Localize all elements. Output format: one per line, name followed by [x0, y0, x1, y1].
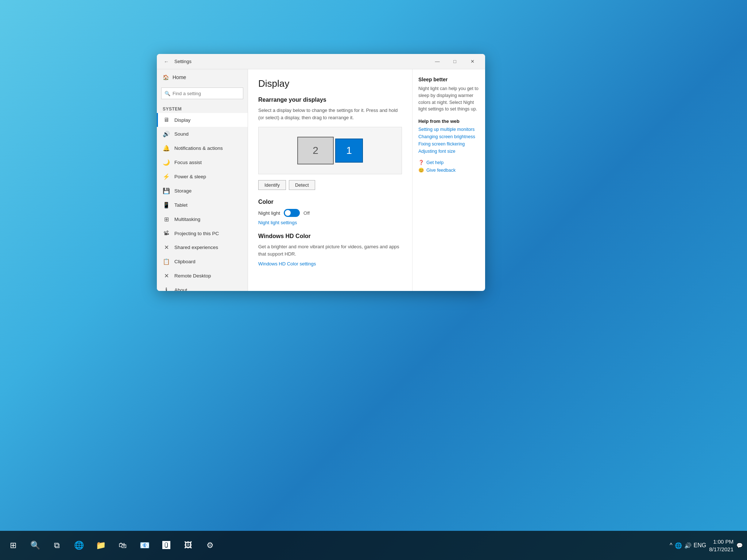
identify-button[interactable]: Identify: [258, 180, 286, 190]
monitor-2[interactable]: 2: [297, 137, 334, 164]
link-changing-screen-brightness[interactable]: Changing screen brightness: [418, 134, 479, 139]
monitor-buttons: Identify Detect: [258, 180, 402, 190]
sidebar-item-label: Projecting to this PC: [174, 231, 219, 236]
link-text: Fixing screen flickering: [418, 141, 465, 147]
title-bar-left: ← Settings: [161, 57, 191, 67]
sidebar-item-focus-assist[interactable]: 🌙 Focus assist: [157, 155, 248, 170]
sidebar-item-about[interactable]: ℹ About: [157, 283, 248, 291]
night-light-off-label: Off: [303, 210, 310, 216]
sidebar-item-label: Sound: [174, 131, 189, 137]
edge-browser-icon[interactable]: 🌐: [69, 531, 89, 560]
back-button[interactable]: ←: [161, 57, 171, 67]
link-text: Setting up multiple monitors: [418, 127, 475, 132]
night-light-settings-link[interactable]: Night light settings: [258, 220, 297, 225]
sidebar-item-sound[interactable]: 🔊 Sound: [157, 127, 248, 141]
system-tray: ^ 🌐 🔊 ENG: [670, 542, 706, 549]
display-icon: 🖥: [163, 117, 170, 123]
sidebar-item-label: Tablet: [174, 202, 187, 208]
sidebar-home[interactable]: 🏠 Home: [157, 69, 248, 85]
link-adjusting-font-size[interactable]: Adjusting font size: [418, 149, 479, 154]
sidebar-item-shared[interactable]: ✕ Shared experiences: [157, 240, 248, 254]
link-fixing-screen-flickering[interactable]: Fixing screen flickering: [418, 141, 479, 147]
date-display: 8/17/2021: [709, 545, 734, 553]
night-light-label: Night light: [258, 210, 280, 216]
window-title: Settings: [174, 59, 191, 64]
taskbar: ⊞ 🔍 ⧉ 🌐 📁 🛍 📧 🅾 🖼 ⚙ ^ 🌐 🔊 ENG 1:00 PM 8/…: [0, 531, 747, 560]
sidebar-item-label: Power & sleep: [174, 174, 206, 179]
sidebar: 🏠 Home 🔍 System 🖥 Display 🔊 Sound 🔔 Noti…: [157, 69, 248, 291]
give-feedback-button[interactable]: 😊 Give feedback: [418, 167, 479, 173]
file-explorer-icon[interactable]: 📁: [90, 531, 111, 560]
notifications-icon: 🔔: [163, 145, 170, 152]
monitor-2-label: 2: [313, 145, 318, 156]
network-icon[interactable]: 🌐: [675, 542, 682, 549]
sleep-better-section: Sleep better Night light can help you ge…: [418, 77, 479, 113]
monitor-1[interactable]: 1: [335, 139, 363, 163]
sidebar-item-label: Storage: [174, 188, 191, 194]
question-icon: ❓: [418, 160, 424, 165]
shared-icon: ✕: [163, 244, 170, 251]
sidebar-item-power-sleep[interactable]: ⚡ Power & sleep: [157, 170, 248, 184]
get-help-button[interactable]: ❓ Get help: [418, 160, 479, 165]
search-box[interactable]: 🔍: [161, 88, 243, 99]
time-display: 1:00 PM: [709, 538, 734, 545]
rearrange-desc: Select a display below to change the set…: [258, 107, 402, 121]
rearrange-title: Rearrange your displays: [258, 97, 402, 103]
focus-assist-icon: 🌙: [163, 159, 170, 166]
home-label: Home: [173, 74, 186, 80]
right-panel: Sleep better Night light can help you ge…: [412, 69, 485, 291]
sound-icon: 🔊: [163, 131, 170, 137]
projecting-icon: 📽: [163, 230, 170, 237]
power-sleep-icon: ⚡: [163, 173, 170, 180]
link-setting-up-multiple-monitors[interactable]: Setting up multiple monitors: [418, 127, 479, 132]
night-light-row: Night light Off: [258, 209, 402, 217]
tablet-icon: 📱: [163, 202, 170, 209]
sidebar-item-notifications[interactable]: 🔔 Notifications & actions: [157, 141, 248, 155]
sidebar-item-label: Notifications & actions: [174, 145, 223, 151]
multitasking-icon: ⊞: [163, 216, 170, 223]
office-icon[interactable]: 🅾: [156, 531, 177, 560]
sidebar-item-storage[interactable]: 💾 Storage: [157, 184, 248, 198]
sidebar-item-multitasking[interactable]: ⊞ Multitasking: [157, 212, 248, 226]
title-bar: ← Settings — □ ✕: [157, 54, 485, 69]
clipboard-icon: 📋: [163, 258, 170, 265]
taskbar-clock[interactable]: 1:00 PM 8/17/2021: [709, 538, 734, 553]
volume-icon[interactable]: 🔊: [684, 542, 692, 549]
close-button[interactable]: ✕: [464, 56, 481, 67]
notification-icon[interactable]: 💬: [736, 542, 743, 548]
sidebar-item-label: Focus assist: [174, 160, 202, 165]
search-input[interactable]: [173, 91, 240, 96]
mail-icon[interactable]: 📧: [134, 531, 155, 560]
sidebar-item-remote-desktop[interactable]: ✕ Remote Desktop: [157, 269, 248, 283]
color-title: Color: [258, 199, 402, 205]
start-button[interactable]: ⊞: [3, 531, 23, 560]
chevron-icon[interactable]: ^: [670, 542, 673, 549]
photos-icon[interactable]: 🖼: [178, 531, 198, 560]
sidebar-item-label: Clipboard: [174, 259, 196, 264]
sidebar-item-display[interactable]: 🖥 Display: [157, 113, 248, 127]
sidebar-section-label: System: [157, 104, 248, 113]
minimize-button[interactable]: —: [429, 56, 446, 67]
language-label[interactable]: ENG: [694, 542, 707, 549]
night-light-toggle[interactable]: [284, 209, 300, 217]
sidebar-item-label: Display: [174, 117, 190, 123]
search-taskbar-button[interactable]: 🔍: [25, 531, 45, 560]
maximize-button[interactable]: □: [446, 56, 463, 67]
main-content: Display Rearrange your displays Select a…: [248, 69, 412, 291]
sidebar-item-projecting[interactable]: 📽 Projecting to this PC: [157, 226, 248, 240]
help-title: Help from the web: [418, 118, 479, 124]
hd-color-section: Windows HD Color Get a brighter and more…: [258, 233, 402, 267]
sleep-better-text: Night light can help you get to sleep by…: [418, 85, 479, 113]
store-icon[interactable]: 🛍: [112, 531, 133, 560]
task-view-button[interactable]: ⧉: [47, 531, 67, 560]
taskbar-right: ^ 🌐 🔊 ENG 1:00 PM 8/17/2021 💬: [670, 538, 747, 553]
settings-taskbar-icon[interactable]: ⚙: [200, 531, 220, 560]
sidebar-item-tablet[interactable]: 📱 Tablet: [157, 198, 248, 212]
hd-color-settings-link[interactable]: Windows HD Color settings: [258, 261, 316, 267]
sidebar-item-clipboard[interactable]: 📋 Clipboard: [157, 254, 248, 269]
page-title: Display: [258, 78, 402, 89]
storage-icon: 💾: [163, 187, 170, 194]
monitor-area: 2 1: [258, 127, 402, 174]
link-text: Adjusting font size: [418, 149, 455, 154]
detect-button[interactable]: Detect: [289, 180, 315, 190]
